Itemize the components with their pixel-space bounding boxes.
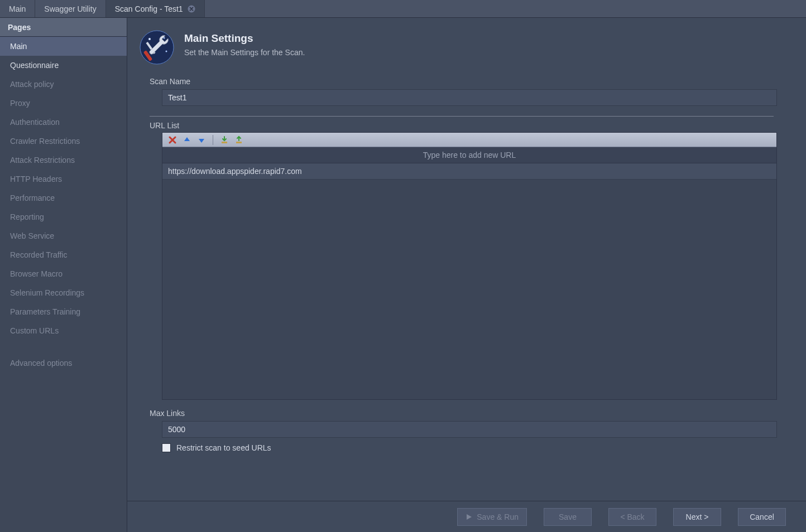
tab-swagger-utility[interactable]: Swagger Utility [35, 0, 105, 17]
tab-scan-config[interactable]: Scan Config - Test1 [106, 0, 205, 17]
svg-rect-9 [236, 142, 242, 143]
sidebar-item-label: HTTP Headers [10, 175, 62, 183]
max-links-input[interactable] [162, 421, 777, 438]
page-subtitle: Set the Main Settings for the Scan. [184, 48, 305, 57]
play-icon [466, 514, 472, 520]
button-label: Save [559, 512, 577, 521]
sidebar-item-browser-macro[interactable]: Browser Macro [0, 264, 127, 283]
sidebar-item-http-headers[interactable]: HTTP Headers [0, 170, 127, 188]
sidebar-item-authentication[interactable]: Authentication [0, 113, 127, 132]
sidebar-item-label: Crawler Restrictions [10, 137, 80, 146]
next-button[interactable]: Next > [673, 508, 721, 526]
tabstrip: Main Swagger Utility Scan Config - Test1 [0, 0, 806, 18]
close-icon[interactable] [188, 5, 195, 13]
sidebar-item-label: Attack Restrictions [10, 156, 75, 165]
sidebar-item-label: Questionnaire [10, 61, 59, 70]
restrict-seed-label: Restrict scan to seed URLs [176, 443, 271, 452]
max-links-label: Max Links [150, 409, 786, 418]
sidebar-header: Pages [0, 18, 127, 37]
delete-icon[interactable] [167, 134, 178, 146]
save-and-run-button[interactable]: Save & Run [457, 508, 527, 526]
sidebar-item-label: Selenium Recordings [10, 288, 84, 297]
sidebar-item-label: Attack policy [10, 80, 54, 89]
back-button[interactable]: < Back [608, 508, 656, 526]
settings-tools-icon [137, 28, 176, 67]
sidebar-item-label: Browser Macro [10, 269, 63, 278]
sidebar: Pages Main Questionnaire Attack policy P… [0, 18, 127, 532]
button-label: Cancel [750, 512, 774, 521]
sidebar-item-attack-restrictions[interactable]: Attack Restrictions [0, 151, 127, 170]
sidebar-item-label: Custom URLs [10, 326, 59, 335]
tab-main[interactable]: Main [0, 0, 35, 17]
sidebar-item-label: Web Service [10, 231, 54, 240]
url-toolbar [162, 133, 776, 147]
button-label: < Back [620, 512, 644, 521]
sidebar-item-main[interactable]: Main [0, 37, 127, 56]
url-list-item[interactable]: https://download.appspider.rapid7.com [162, 163, 776, 180]
svg-rect-8 [222, 142, 227, 143]
url-add-placeholder: Type here to add new URL [423, 151, 516, 159]
cancel-button[interactable]: Cancel [738, 508, 786, 526]
sidebar-item-proxy[interactable]: Proxy [0, 94, 127, 113]
sidebar-item-label: Authentication [10, 118, 60, 127]
sidebar-item-label: Parameters Training [10, 307, 80, 316]
sidebar-item-advanced-options[interactable]: Advanced options [0, 354, 127, 373]
sidebar-item-attack-policy[interactable]: Attack policy [0, 75, 127, 94]
url-list-empty-area [162, 180, 776, 399]
sidebar-item-label: Recorded Traffic [10, 250, 67, 259]
sidebar-item-web-service[interactable]: Web Service [0, 226, 127, 245]
sidebar-item-label: Advanced options [10, 359, 72, 367]
svg-point-5 [166, 51, 167, 52]
scan-name-label: Scan Name [150, 77, 786, 86]
url-list-box: Type here to add new URL https://downloa… [162, 132, 777, 400]
url-add-input[interactable]: Type here to add new URL [162, 147, 776, 163]
url-list-label: URL List [150, 121, 786, 130]
sidebar-item-questionnaire[interactable]: Questionnaire [0, 56, 127, 75]
restrict-seed-checkbox[interactable] [162, 443, 171, 452]
sidebar-item-label: Reporting [10, 212, 44, 221]
url-item-text: https://download.appspider.rapid7.com [168, 167, 302, 176]
sidebar-item-performance[interactable]: Performance [0, 188, 127, 207]
tab-label: Swagger Utility [44, 4, 96, 13]
sidebar-item-reporting[interactable]: Reporting [0, 207, 127, 226]
main-panel: Main Settings Set the Main Settings for … [127, 18, 806, 532]
sidebar-item-selenium-recordings[interactable]: Selenium Recordings [0, 283, 127, 302]
export-icon[interactable] [233, 134, 244, 146]
wizard-footer: Save & Run Save < Back Next > Cancel [127, 501, 806, 532]
import-icon[interactable] [219, 134, 230, 146]
sidebar-item-recorded-traffic[interactable]: Recorded Traffic [0, 245, 127, 264]
tab-label: Scan Config - Test1 [115, 4, 183, 13]
sidebar-item-parameters-training[interactable]: Parameters Training [0, 302, 127, 321]
sidebar-item-custom-urls[interactable]: Custom URLs [0, 321, 127, 340]
sidebar-item-crawler-restrictions[interactable]: Crawler Restrictions [0, 132, 127, 151]
tab-label: Main [9, 4, 26, 13]
sidebar-item-label: Proxy [10, 99, 30, 108]
move-up-icon[interactable] [181, 134, 193, 146]
button-label: Next > [686, 512, 709, 521]
svg-point-3 [148, 38, 151, 40]
sidebar-header-label: Pages [8, 23, 31, 32]
button-label: Save & Run [477, 512, 519, 521]
scan-name-input[interactable] [162, 89, 777, 106]
sidebar-item-label: Performance [10, 194, 55, 202]
save-button[interactable]: Save [544, 508, 592, 526]
move-down-icon[interactable] [196, 134, 207, 146]
page-title: Main Settings [184, 32, 305, 45]
divider [150, 116, 774, 117]
toolbar-separator [213, 135, 213, 145]
sidebar-item-label: Main [10, 42, 27, 51]
